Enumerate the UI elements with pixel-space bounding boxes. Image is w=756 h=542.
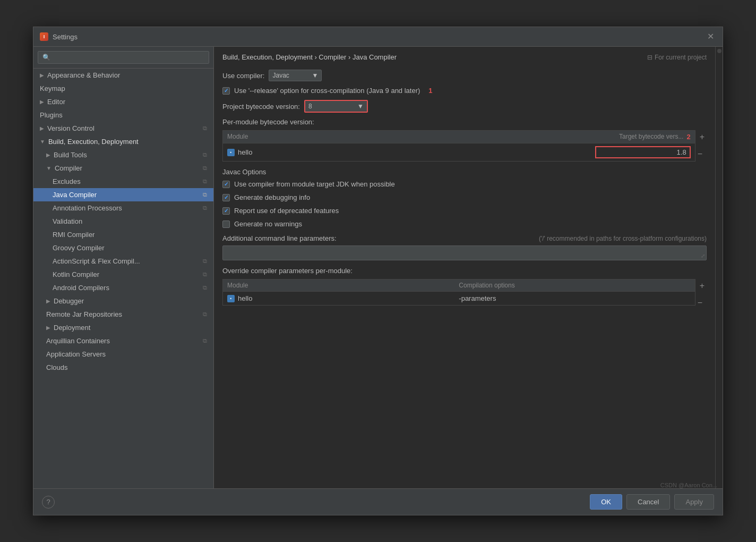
annotation-2: 2 xyxy=(686,133,690,141)
opt2-label: Generate debugging info xyxy=(234,193,310,201)
action-buttons: OK Cancel Apply xyxy=(590,494,714,510)
sidebar-item-label: Clouds xyxy=(46,363,67,371)
remove-row-button[interactable]: − xyxy=(698,142,702,159)
opt1-checkbox[interactable] xyxy=(222,181,230,188)
copy-icon: ⧉ xyxy=(203,205,207,211)
breadcrumb: Build, Execution, Deployment › Compiler … xyxy=(214,47,715,65)
module-icon: ▪ xyxy=(227,149,235,156)
javac-options: Javac Options Use compiler from module t… xyxy=(222,168,707,228)
override-label: Override compiler parameters per-module: xyxy=(222,267,707,275)
title-bar-left: I Settings xyxy=(40,32,78,41)
sidebar-item-actionscript[interactable]: ActionScript & Flex Compil... ⧉ xyxy=(33,255,213,268)
override-row[interactable]: ▪ hello -parameters xyxy=(223,292,695,305)
copy-icon: ⧉ xyxy=(203,311,207,318)
sidebar-item-validation[interactable]: Validation xyxy=(33,215,213,228)
apply-button[interactable]: Apply xyxy=(674,494,714,510)
use-compiler-select[interactable]: Javac ▼ xyxy=(269,70,322,81)
sidebar-item-rmi-compiler[interactable]: RMI Compiler xyxy=(33,228,213,241)
override-add-button[interactable]: + xyxy=(700,280,705,291)
additional-params-row: Additional command line parameters: ('/'… xyxy=(222,234,707,242)
sidebar-item-editor[interactable]: ▶ Editor xyxy=(33,95,213,108)
help-button[interactable]: ? xyxy=(42,496,55,509)
opt2-checkbox[interactable] xyxy=(222,194,230,201)
for-project-label: For current project xyxy=(655,54,707,61)
javac-options-title: Javac Options xyxy=(222,168,707,176)
cancel-button[interactable]: Cancel xyxy=(626,494,670,510)
sidebar-item-label: Groovy Compiler xyxy=(53,244,105,252)
expand-icon[interactable]: ⤢ xyxy=(701,253,705,259)
arrow-icon: ▼ xyxy=(40,139,45,145)
override-options-cell: -parameters xyxy=(459,294,690,302)
sidebar-item-clouds[interactable]: Clouds xyxy=(33,361,213,374)
annotation-1: 1 xyxy=(428,87,432,95)
sidebar-item-android-compilers[interactable]: Android Compilers ⧉ xyxy=(33,281,213,294)
sidebar-item-label: Debugger xyxy=(54,297,84,305)
module-icon: ▪ xyxy=(227,295,235,302)
close-button[interactable]: ✕ xyxy=(705,31,716,42)
sidebar-item-deployment[interactable]: ▶ Deployment xyxy=(33,321,213,334)
override-module-cell: ▪ hello xyxy=(227,294,459,302)
sidebar-item-appearance[interactable]: ▶ Appearance & Behavior xyxy=(33,69,213,82)
sidebar-item-version-control[interactable]: ▶ Version Control ⧉ xyxy=(33,122,213,135)
arrow-icon: ▼ xyxy=(46,165,51,171)
bytecode-select[interactable]: 8 ▼ xyxy=(304,100,368,113)
content-area: ▶ Appearance & Behavior Keymap ▶ Editor … xyxy=(33,47,723,488)
for-project: ⊟ For current project xyxy=(647,54,707,61)
override-table: Module Compilation options ▪ hello -para… xyxy=(222,279,695,309)
sidebar-item-groovy-compiler[interactable]: Groovy Compiler xyxy=(33,241,213,255)
sidebar-item-java-compiler[interactable]: Java Compiler ⧉ xyxy=(33,188,213,201)
per-module-table-container: Module Target bytecode vers... 2 ▪ hello… xyxy=(222,130,707,162)
copy-icon: ⧉ xyxy=(203,271,207,278)
copy-icon: ⧉ xyxy=(203,178,207,185)
sidebar-item-label: Version Control xyxy=(47,124,94,132)
opt1-row: Use compiler from module target JDK when… xyxy=(222,180,707,188)
sidebar-item-arquillian[interactable]: Arquillian Containers ⧉ xyxy=(33,334,213,348)
sidebar-item-kotlin-compiler[interactable]: Kotlin Compiler ⧉ xyxy=(33,268,213,281)
copy-icon: ⧉ xyxy=(203,258,207,265)
opt2-row: Generate debugging info xyxy=(222,193,707,201)
arrow-icon: ▶ xyxy=(46,152,50,158)
override-table-inner: Module Compilation options ▪ hello -para… xyxy=(222,279,695,306)
use-compiler-value: Javac xyxy=(272,72,289,79)
dropdown-arrow-icon: ▼ xyxy=(312,72,319,79)
opt3-checkbox[interactable] xyxy=(222,207,230,215)
sidebar-item-annotation-processors[interactable]: Annotation Processors ⧉ xyxy=(33,201,213,215)
sidebar-item-label: Compiler xyxy=(55,164,82,172)
bottom-bar: ? OK Cancel Apply xyxy=(33,488,723,515)
sidebar-item-excludes[interactable]: Excludes ⧉ xyxy=(33,175,213,188)
per-module-table-inner: Module Target bytecode vers... 2 ▪ hello… xyxy=(222,130,695,162)
opt4-checkbox[interactable] xyxy=(222,221,230,228)
sidebar-item-remote-jar[interactable]: Remote Jar Repositories ⧉ xyxy=(33,308,213,321)
arrow-icon: ▶ xyxy=(40,72,44,78)
sidebar-item-label: Build Tools xyxy=(54,151,87,159)
table-row[interactable]: ▪ hello 1.8 xyxy=(223,143,695,161)
main-content: Build, Execution, Deployment › Compiler … xyxy=(214,47,715,488)
arrow-icon: ▶ xyxy=(40,125,44,131)
opt3-row: Report use of deprecated features xyxy=(222,207,707,215)
copy-icon: ⧉ xyxy=(203,284,207,291)
override-table-header: Module Compilation options xyxy=(223,280,695,292)
use-compiler-label: Use compiler: xyxy=(222,72,264,80)
sidebar-item-build-tools[interactable]: ▶ Build Tools ⧉ xyxy=(33,148,213,162)
sidebar-item-compiler[interactable]: ▼ Compiler ⧉ xyxy=(33,162,213,175)
strip-indicator xyxy=(717,49,721,53)
sidebar-item-app-servers[interactable]: Application Servers xyxy=(33,348,213,361)
sidebar-item-plugins[interactable]: Plugins xyxy=(33,108,213,122)
additional-params-input[interactable]: ⤢ xyxy=(222,245,707,260)
sidebar-item-label: Arquillian Containers xyxy=(46,337,110,345)
settings-panel: Use compiler: Javac ▼ Use '--release' op… xyxy=(214,65,715,488)
override-remove-button[interactable]: − xyxy=(698,291,702,308)
sidebar-item-label: Java Compiler xyxy=(53,191,97,199)
per-module-table-header: Module Target bytecode vers... 2 xyxy=(223,131,695,143)
sidebar-item-debugger[interactable]: ▶ Debugger xyxy=(33,294,213,308)
search-input[interactable] xyxy=(38,51,209,64)
ok-button[interactable]: OK xyxy=(590,494,622,510)
sidebar-item-keymap[interactable]: Keymap xyxy=(33,82,213,95)
table-controls: + − xyxy=(695,130,707,162)
override-module-col: Module xyxy=(227,282,459,289)
bytecode-row: Project bytecode version: 8 ▼ xyxy=(222,100,707,113)
release-option-checkbox[interactable] xyxy=(222,87,230,95)
sidebar-item-build-exec[interactable]: ▼ Build, Execution, Deployment xyxy=(33,135,213,148)
sidebar-item-label: Deployment xyxy=(54,324,90,332)
add-row-button[interactable]: + xyxy=(700,131,705,142)
